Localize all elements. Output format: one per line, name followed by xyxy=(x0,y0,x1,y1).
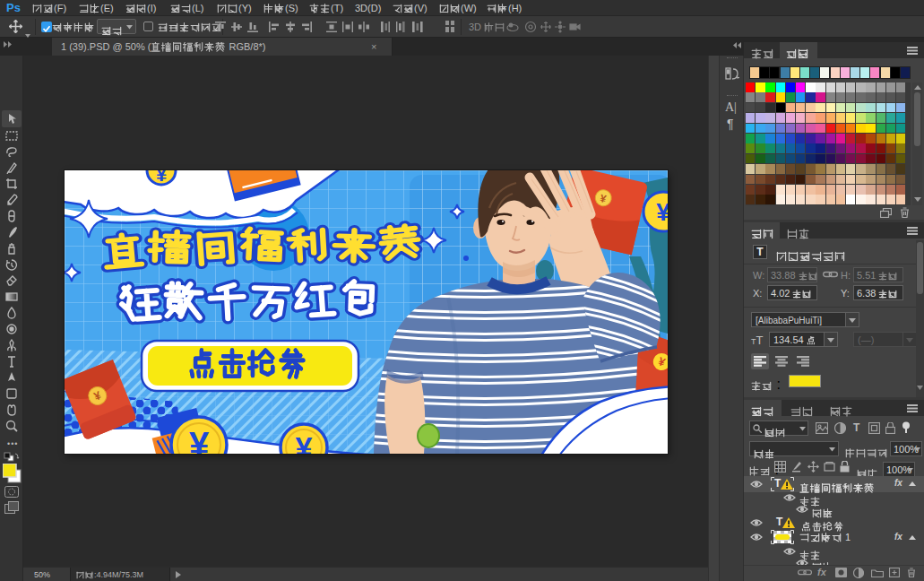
svg-text:¥: ¥ xyxy=(296,430,313,454)
svg-text:¥: ¥ xyxy=(189,425,210,454)
svg-text:¥: ¥ xyxy=(656,198,668,226)
svg-text:¥: ¥ xyxy=(156,170,168,186)
